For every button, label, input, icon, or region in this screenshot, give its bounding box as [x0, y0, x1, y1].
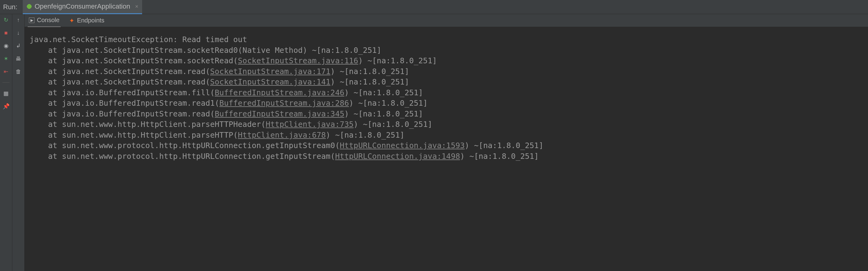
console-output[interactable]: java.net.SocketTimeoutException: Read ti… — [25, 27, 868, 271]
stack-frame: at java.io.BufferedInputStream.read1(Buf… — [30, 98, 863, 109]
subtab-strip: ▶ Console ✦ Endpoints — [25, 14, 868, 27]
spring-boot-icon — [27, 4, 32, 9]
toolbar-separator — [2, 82, 9, 83]
pin-icon[interactable]: 📌 — [3, 103, 9, 110]
source-link[interactable]: HttpClient.java:735 — [266, 120, 354, 129]
source-link[interactable]: SocketInputStream.java:141 — [210, 77, 330, 86]
attach-debugger-icon[interactable]: ✶ — [3, 55, 9, 62]
run-header: Run: OpenfeignConsumerApplication × — [0, 0, 868, 14]
console-toolbar: ↑ ↓ ↲ 🖶 🗑 — [12, 14, 25, 271]
stack-frame: at java.net.SocketInputStream.read(Socke… — [30, 77, 863, 88]
stack-frame: at java.net.SocketInputStream.socketRead… — [30, 56, 863, 66]
exit-icon[interactable]: ⇤ — [3, 68, 9, 75]
tab-console[interactable]: ▶ Console — [28, 14, 61, 27]
dump-threads-icon[interactable]: ◉ — [3, 42, 9, 49]
tab-endpoints-label: Endpoints — [77, 17, 104, 24]
stack-frame: at java.net.SocketInputStream.read(Socke… — [30, 66, 863, 77]
run-config-name: OpenfeignConsumerApplication — [34, 2, 130, 10]
close-icon[interactable]: × — [135, 3, 138, 10]
source-link[interactable]: BufferedInputStream.java:345 — [215, 109, 344, 118]
stack-frame: at java.net.SocketInputStream.socketRead… — [30, 45, 863, 56]
source-link[interactable]: BufferedInputStream.java:286 — [219, 99, 349, 107]
stack-frame: at sun.net.www.http.HttpClient.parseHTTP… — [30, 130, 863, 141]
source-link[interactable]: HttpClient.java:678 — [238, 131, 326, 139]
endpoints-icon: ✦ — [69, 17, 74, 24]
source-link[interactable]: BufferedInputStream.java:246 — [215, 88, 344, 97]
stack-frame: at sun.net.www.http.HttpClient.parseHTTP… — [30, 119, 863, 130]
rerun-icon[interactable]: ↻ — [3, 16, 9, 23]
print-icon[interactable]: 🖶 — [15, 55, 22, 62]
clear-all-icon[interactable]: 🗑 — [15, 68, 22, 75]
main-column: ▶ Console ✦ Endpoints java.net.SocketTim… — [25, 14, 868, 271]
run-label: Run: — [3, 3, 17, 11]
scroll-up-icon[interactable]: ↑ — [15, 16, 22, 23]
run-tool-window: Run: OpenfeignConsumerApplication × ↻ ■ … — [0, 0, 868, 271]
console-icon: ▶ — [29, 18, 34, 23]
tab-endpoints[interactable]: ✦ Endpoints — [68, 14, 105, 27]
scroll-down-icon[interactable]: ↓ — [15, 30, 22, 36]
run-config-tab[interactable]: OpenfeignConsumerApplication × — [23, 0, 142, 14]
layout-icon[interactable]: ▦ — [3, 90, 9, 97]
source-link[interactable]: SocketInputStream.java:171 — [210, 67, 330, 76]
tab-console-label: Console — [37, 16, 59, 24]
stack-frame: at sun.net.www.protocol.http.HttpURLConn… — [30, 140, 863, 151]
source-link[interactable]: SocketInputStream.java:116 — [238, 56, 358, 65]
exception-header: java.net.SocketTimeoutException: Read ti… — [30, 34, 863, 45]
soft-wrap-icon[interactable]: ↲ — [15, 42, 22, 49]
stack-frame: at java.io.BufferedInputStream.fill(Buff… — [30, 88, 863, 98]
stack-frame: at java.io.BufferedInputStream.read(Buff… — [30, 109, 863, 120]
stack-frame: at sun.net.www.protocol.http.HttpURLConn… — [30, 151, 863, 162]
stop-icon[interactable]: ■ — [3, 30, 9, 36]
left-toolbar: ↻ ■ ◉ ✶ ⇤ ▦ 📌 — [0, 14, 12, 271]
source-link[interactable]: HttpURLConnection.java:1593 — [340, 141, 464, 150]
run-body: ↻ ■ ◉ ✶ ⇤ ▦ 📌 ↑ ↓ ↲ 🖶 🗑 ▶ Console ✦ — [0, 14, 868, 271]
source-link[interactable]: HttpURLConnection.java:1498 — [335, 152, 460, 161]
